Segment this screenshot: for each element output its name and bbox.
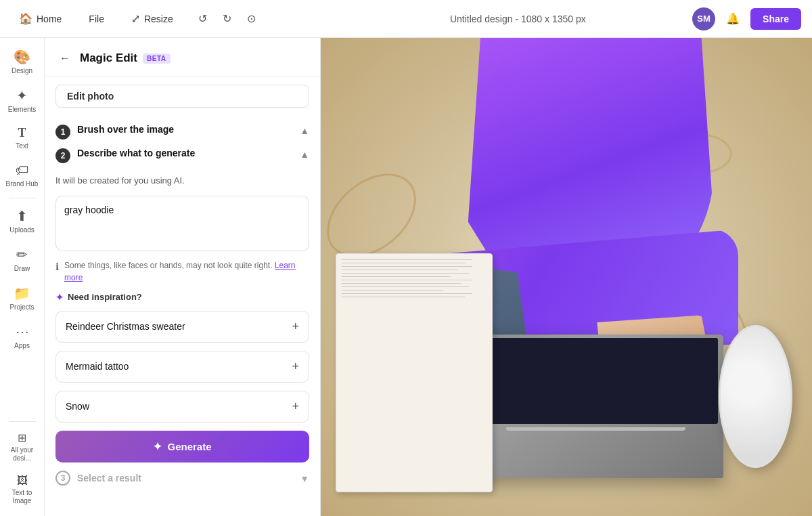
magic-edit-title: Magic Edit (80, 51, 137, 65)
laptop-base (506, 427, 685, 431)
brand-icon: 🏷 (16, 163, 29, 178)
avatar[interactable]: SM (692, 7, 715, 30)
sidebar-label-all-designs: All your desi... (6, 446, 39, 463)
sidebar-label-elements: Elements (8, 106, 37, 114)
edit-photo-button[interactable]: Edit photo (55, 85, 309, 108)
warning-text: Some things, like faces or hands, may no… (64, 259, 309, 284)
home-label: Home (37, 14, 62, 24)
uploads-icon: ⬆ (16, 208, 28, 224)
suggestion-plus-1: + (292, 360, 299, 374)
topbar: 🏠 Home File ⤢ Resize ↺ ↻ ⊙ Untitled desi… (0, 0, 812, 38)
step3-row: 3 Select a result ▼ (55, 471, 309, 486)
sidebar-divider (9, 198, 36, 198)
step2-number: 2 (55, 148, 70, 163)
step2-chevron: ▲ (300, 149, 309, 160)
laptop-screen-content (474, 338, 719, 424)
sidebar-label-design: Design (12, 67, 32, 75)
step2-label: Describe what to generate (77, 148, 293, 158)
inspiration-row: ✦ Need inspiration? (55, 292, 309, 303)
generate-button[interactable]: ✦ Generate (55, 431, 309, 463)
step3-label: Select a result (77, 473, 293, 483)
panel-content: 1 Brush over the image ▲ 2 Describe what… (45, 116, 320, 494)
ai-note: It will be created for you using AI. (55, 174, 309, 188)
headphones (719, 325, 792, 469)
sidebar-item-text-to-image[interactable]: 🖼 Text to Image (3, 469, 41, 511)
sidebar-item-apps[interactable]: ⋯ Apps (3, 318, 41, 356)
resize-button[interactable]: ⤢ Resize (123, 8, 181, 29)
more-button[interactable]: ⊙ (241, 8, 263, 30)
step2-row[interactable]: 2 Describe what to generate ▲ (55, 148, 309, 163)
sidebar-item-all-designs[interactable]: ⊞ All your desi... (3, 426, 41, 468)
share-button[interactable]: Share (750, 8, 801, 30)
suggestion-item-0[interactable]: Reindeer Christmas sweater + (55, 311, 309, 343)
sidebar-label-text-to-image: Text to Image (6, 489, 39, 505)
sidebar-label-draw: Draw (14, 265, 30, 273)
suggestion-item-2[interactable]: Snow + (55, 391, 309, 423)
step3-number: 3 (55, 471, 70, 486)
redo-button[interactable]: ↻ (217, 8, 238, 30)
sidebar-item-elements[interactable]: ✦ Elements (3, 82, 41, 119)
warning-icon: ℹ (55, 260, 59, 274)
sidebar-label-projects: Projects (9, 303, 34, 311)
sidebar-label-brand: Brand Hub (6, 180, 39, 188)
sidebar-item-draw[interactable]: ✏ Draw (3, 241, 41, 278)
sidebar-icons: 🎨 Design ✦ Elements T Text 🏷 Brand Hub ⬆… (0, 38, 45, 516)
text-icon: T (18, 126, 26, 140)
magic-panel-header: ← Magic Edit BETA (45, 38, 320, 77)
title-area: Untitled design - 1080 x 1350 px (352, 14, 685, 24)
step1-chevron: ▲ (300, 125, 309, 136)
sparkle-icon: ✦ (55, 292, 64, 303)
file-label: File (89, 14, 104, 24)
design-title: Untitled design - 1080 x 1350 px (450, 14, 586, 24)
laptop-body (468, 335, 724, 478)
notebook (336, 253, 493, 492)
suggestion-item-1[interactable]: Mermaid tattoo + (55, 351, 309, 383)
step3-chevron: ▼ (300, 473, 309, 484)
notifications-button[interactable]: 🔔 (722, 8, 744, 30)
home-icon: 🏠 (19, 12, 32, 25)
magic-panel: ← Magic Edit BETA Edit photo 1 Brush ove… (45, 38, 321, 516)
step1-label: Brush over the image (77, 124, 293, 135)
photo-scene (321, 38, 812, 516)
step1-number: 1 (55, 125, 70, 139)
sidebar-item-projects[interactable]: 📁 Projects (3, 280, 41, 317)
text-to-image-icon: 🖼 (17, 475, 28, 487)
sidebar-label-uploads: Uploads (9, 226, 35, 234)
suggestion-plus-0: + (292, 320, 299, 334)
sidebar-item-uploads[interactable]: ⬆ Uploads (3, 202, 41, 240)
prompt-textarea[interactable]: gray hoodie (55, 196, 309, 251)
draw-icon: ✏ (16, 246, 28, 263)
sidebar-divider-2 (9, 421, 36, 422)
generate-label: Generate (167, 441, 211, 452)
warning-box: ℹ Some things, like faces or hands, may … (55, 259, 309, 284)
back-button[interactable]: ← (55, 49, 74, 68)
canvas-area (321, 38, 812, 516)
sidebar-item-design[interactable]: 🎨 Design (3, 43, 41, 81)
design-icon: 🎨 (14, 49, 30, 65)
undo-redo-group: ↺ ↻ ⊙ (192, 8, 263, 30)
beta-badge: BETA (143, 53, 170, 64)
step1-row[interactable]: 1 Brush over the image ▲ (55, 124, 309, 139)
all-designs-icon: ⊞ (18, 431, 26, 444)
back-icon: ← (60, 52, 70, 64)
suggestion-plus-2: + (292, 400, 299, 414)
generate-sparkle-icon: ✦ (153, 440, 162, 453)
elements-icon: ✦ (16, 87, 28, 104)
suggestion-label-2: Snow (66, 401, 89, 412)
main-content: 🎨 Design ✦ Elements T Text 🏷 Brand Hub ⬆… (0, 38, 812, 516)
file-button[interactable]: File (81, 9, 112, 28)
sidebar-label-apps: Apps (14, 342, 30, 350)
sidebar-item-brand[interactable]: 🏷 Brand Hub (3, 157, 41, 194)
inspiration-label: Need inspiration? (68, 292, 142, 302)
undo-button[interactable]: ↺ (192, 8, 214, 30)
suggestion-label-0: Reindeer Christmas sweater (66, 321, 185, 332)
topbar-right: SM 🔔 Share (692, 7, 801, 30)
sidebar-item-text[interactable]: T Text (3, 121, 41, 156)
projects-icon: 📁 (14, 285, 30, 301)
resize-icon: ⤢ (131, 12, 140, 25)
resize-label: Resize (144, 14, 173, 24)
home-button[interactable]: 🏠 Home (11, 8, 70, 29)
suggestion-label-1: Mermaid tattoo (66, 361, 129, 372)
apps-icon: ⋯ (16, 324, 29, 340)
sidebar-label-text: Text (16, 142, 28, 150)
